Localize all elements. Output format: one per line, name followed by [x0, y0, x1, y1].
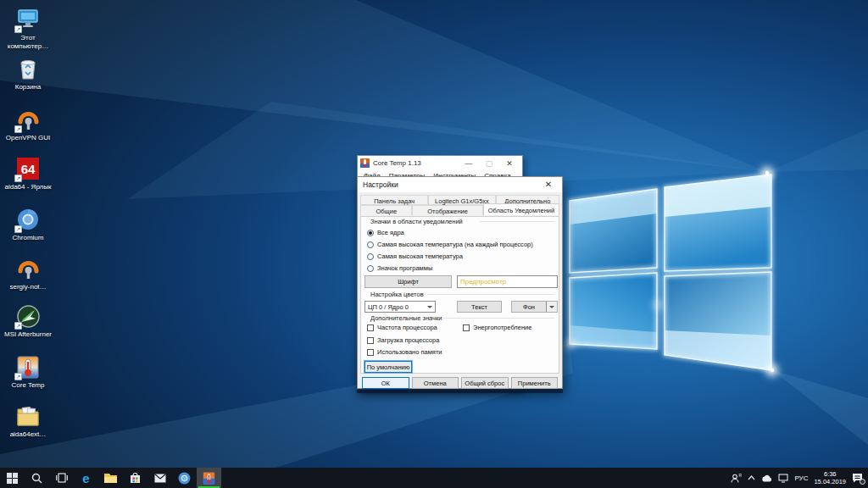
desktop-icon-aida64ext-folder[interactable]: aida64ext… [1, 403, 55, 439]
desktop-icon-label: OpenVPN GUI [6, 134, 50, 142]
tab-notification-area[interactable]: Область Уведомлений [483, 203, 559, 215]
cancel-button[interactable]: Отмена [412, 377, 459, 389]
core-temp-app-icon [360, 158, 370, 168]
checkbox-memory-used[interactable]: Использовано памяти [367, 348, 442, 356]
extra-group-label: Дополнительные значки [369, 314, 443, 322]
settings-dialog: Настройки ✕ Панель задач Windows Logitec… [357, 176, 563, 389]
window-title: Core Temp 1.13 [373, 159, 459, 167]
desktop-icon-label: Корзина [15, 83, 41, 92]
language-indicator[interactable]: РУС [794, 474, 808, 482]
background-color-button[interactable]: Фон [511, 301, 558, 313]
core-temp-icon: ↗ [15, 354, 41, 380]
close-icon[interactable]: ✕ [499, 157, 520, 169]
radio-program-icon[interactable]: Значок программы [367, 264, 432, 272]
file-explorer-icon[interactable] [98, 468, 123, 488]
mail-icon[interactable] [147, 468, 172, 488]
start-button[interactable] [0, 468, 25, 488]
desktop-icon-openvpn-gui[interactable]: ↗ OpenVPN GUI [1, 107, 55, 142]
shortcut-arrow-icon: ↗ [14, 125, 22, 133]
radio-icon [367, 265, 374, 272]
maximize-icon: ▢ [479, 157, 499, 169]
system-tray: R РУС 6:36 15.04.2019 [731, 468, 868, 488]
shortcut-arrow-icon: ↗ [14, 225, 22, 233]
core-temp-taskbar-icon[interactable] [197, 468, 221, 488]
radio-highest-temp-per-cpu[interactable]: Самая высокая температура (на каждый про… [367, 241, 533, 248]
openvpn-icon [15, 256, 41, 281]
chromium-taskbar-icon[interactable] [172, 468, 197, 488]
settings-titlebar[interactable]: Настройки ✕ [358, 177, 562, 192]
radio-label: Все ядра [377, 229, 404, 236]
checkbox-icon [367, 349, 374, 356]
desktop-icon-label: aida64 - Ярлык [4, 183, 51, 191]
desktop-icon-recycle-bin[interactable]: Корзина [1, 56, 55, 92]
checkbox-icon [463, 324, 470, 331]
tab-display[interactable]: Отображение [412, 205, 482, 215]
default-button[interactable]: По умолчанию [364, 361, 412, 373]
desktop-icon-msi-afterburner[interactable]: ↗ MSI Afterburner [1, 303, 55, 339]
shortcut-arrow-icon: ↗ [14, 175, 22, 182]
checkbox-power-consumption[interactable]: Энергопотребление [463, 324, 531, 331]
dialog-title: Настройки [363, 180, 540, 189]
search-icon[interactable] [25, 468, 49, 488]
apply-button[interactable]: Применить [511, 377, 559, 389]
dropdown-arrow-icon[interactable] [546, 302, 557, 312]
edge-icon[interactable]: e [74, 468, 98, 488]
checkbox-icon [367, 324, 374, 331]
chevron-up-icon[interactable] [748, 475, 755, 480]
desktop-icon-label: sergiy-not… [9, 283, 46, 291]
reset-button[interactable]: Общий сброс [461, 377, 509, 389]
notif-group-label: Значки в области уведомлений [369, 218, 465, 225]
minimize-icon[interactable]: — [459, 157, 479, 169]
core-temp-titlebar[interactable]: Core Temp 1.13 — ▢ ✕ [358, 156, 522, 170]
chevron-down-icon [427, 306, 432, 308]
close-icon[interactable]: ✕ [540, 178, 557, 191]
desktop-icon-label: MSI Afterburner [4, 330, 52, 339]
checkbox-icon [367, 337, 374, 344]
tab-general[interactable]: Общие [360, 205, 412, 215]
folder-icon [15, 403, 41, 429]
radio-all-cores[interactable]: Все ядра [367, 229, 404, 236]
action-center-icon[interactable] [852, 473, 863, 483]
desktop-icon-sergiy-not[interactable]: sergiy-not… [1, 256, 55, 291]
font-button[interactable]: Шрифт [364, 275, 452, 288]
onedrive-cloud-icon[interactable] [761, 474, 772, 482]
color-target-select[interactable]: ЦП 0 / Ядро 0 [364, 301, 436, 313]
dialog-footer: ОК Отмена Общий сброс Применить [358, 377, 562, 389]
text-color-button[interactable]: Текст [457, 301, 502, 313]
desktop: ↗ Этот компьютер… Корзина ↗ OpenVPN GUI … [0, 0, 868, 488]
aida64-icon: 64 ↗ [15, 156, 41, 181]
task-view-icon[interactable] [49, 468, 74, 488]
desktop-icon-core-temp[interactable]: ↗ Core Temp [1, 354, 55, 390]
clock[interactable]: 6:36 15.04.2019 [814, 470, 846, 486]
desktop-icon-label: aida64ext… [10, 430, 47, 439]
msi-afterburner-icon: ↗ [15, 303, 41, 329]
ok-button[interactable]: ОК [362, 377, 409, 389]
checkbox-label: Использовано памяти [377, 348, 442, 356]
people-icon[interactable]: R [731, 474, 742, 483]
radio-highest-temp[interactable]: Самая высокая температура [367, 252, 463, 260]
desktop-icon-label: Core Temp [12, 381, 45, 390]
radio-label: Самая высокая температура [377, 252, 463, 260]
svg-text:64: 64 [21, 162, 36, 176]
desktop-icon-this-pc[interactable]: ↗ Этот компьютер… [1, 7, 55, 50]
shortcut-arrow-icon: ↗ [14, 25, 22, 33]
desktop-icon-chromium[interactable]: ↗ Chromium [1, 207, 55, 242]
shortcut-arrow-icon: ↗ [14, 322, 22, 330]
checkbox-cpu-load[interactable]: Загрузка процессора [367, 336, 439, 344]
desktop-icon-aida64[interactable]: 64 ↗ aida64 - Ярлык [1, 156, 55, 191]
notification-area-tab-page: Значки в области уведомлений Все ядра Са… [360, 216, 559, 374]
color-target-value: ЦП 0 / Ядро 0 [368, 303, 427, 311]
network-icon[interactable] [778, 474, 788, 483]
openvpn-icon: ↗ [15, 107, 41, 132]
radio-label: Самая высокая температура (на каждый про… [377, 241, 533, 248]
checkbox-label: Энергопотребление [473, 324, 531, 331]
tab-taskbar-windows[interactable]: Панель задач Windows [360, 195, 428, 205]
checkbox-cpu-frequency[interactable]: Частота процессора [367, 324, 437, 331]
radio-icon [367, 241, 374, 248]
radio-label: Значок программы [377, 264, 432, 272]
store-icon[interactable] [123, 468, 147, 488]
settings-tabs: Панель задач Windows Logitech G1x/G5xx Д… [360, 195, 559, 215]
clock-time: 6:36 [824, 470, 837, 478]
recycle-bin-icon [15, 56, 41, 81]
font-preview-field[interactable]: Предпросмотр [457, 275, 558, 288]
